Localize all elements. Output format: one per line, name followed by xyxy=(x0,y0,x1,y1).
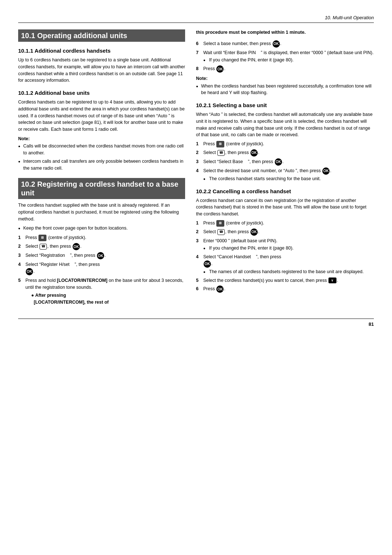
step-102-1: 1 Press ⊞ (centre of joystick). xyxy=(18,234,185,241)
step-content-1022-4: Select “Cancel Handset ”, then press OK.… xyxy=(203,254,374,275)
step-1021-4-sub: The cordless handset starts searching fo… xyxy=(203,175,374,182)
page-number: 81 xyxy=(18,319,374,328)
step-content-5: Press and hold [LOCATOR/INTERCOM] on the… xyxy=(25,277,185,306)
step-num-4: 4 xyxy=(18,261,23,268)
step-content-4: Select “Register H/set ”, then press OK. xyxy=(25,261,185,275)
step-content-2: Select ☎, then press OK. xyxy=(25,243,185,250)
step-cont-7: 7 Wait until “Enter Base PIN ” is displa… xyxy=(196,49,374,64)
step-1022-2: 2 Select ☎, then press OK. xyxy=(196,228,374,236)
step-num-1022-6: 6 xyxy=(196,285,201,292)
page: 10. Multi-unit Operation 10.1 Operating … xyxy=(0,0,392,555)
step-content-1021-2: Select ☎, then press OK. xyxy=(203,149,374,157)
procedure-note: this procedure must be completed within … xyxy=(196,29,374,36)
subsection-1011-body: Up to 6 cordless handsets can be registe… xyxy=(18,57,185,84)
left-column: 10.1 Operating additional units 10.1.1 A… xyxy=(18,29,185,308)
step-cont-8: 8 Press OK. xyxy=(196,65,374,73)
subsection-1022-body: A cordless handset can cancel its own re… xyxy=(196,197,374,218)
step-1022-4: 4 Select “Cancel Handset ”, then press O… xyxy=(196,254,374,275)
step-num-1022-2: 2 xyxy=(196,228,201,235)
ok-button-icon: OK xyxy=(216,285,224,293)
section-102-bullet: Keep the front cover page open for butto… xyxy=(18,225,185,232)
section-102-bar: 10.2 Registering a cordless handset to a… xyxy=(18,178,185,199)
right-column: this procedure must be completed within … xyxy=(196,29,374,308)
ok-button-icon: OK xyxy=(275,158,282,166)
section-101-bar: 10.1 Operating additional units xyxy=(18,29,185,42)
subsection-1012-body: Cordless handsets can be registered to u… xyxy=(18,99,185,133)
step-num-1022-3: 3 xyxy=(196,238,201,244)
step-1021-4: 4 Select the desired base unit number, o… xyxy=(196,167,374,182)
step-1022-4-sub: The names of all cordless handsets regis… xyxy=(203,268,374,275)
step-cont-6: 6 Select a base number, then press OK. xyxy=(196,40,374,48)
step-num-8: 8 xyxy=(196,65,201,72)
steps-1022: 1 Press ⊞ (centre of joystick). 2 Select… xyxy=(196,220,374,293)
step-num-1021-4: 4 xyxy=(196,167,201,174)
step-content-1021-4: Select the desired base unit number, or … xyxy=(203,167,374,182)
step-num-6: 6 xyxy=(196,40,201,47)
subsection-1012-title: 10.1.2 Additional base units xyxy=(18,89,185,97)
subsection-1022-title: 10.2.2 Cancelling a cordless handset xyxy=(196,187,374,195)
joystick-icon: ⊞ xyxy=(216,220,224,227)
ok-button-icon: OK xyxy=(273,40,280,48)
ok-button-icon: OK xyxy=(322,167,330,175)
steps-continued: 6 Select a base number, then press OK. 7… xyxy=(196,40,374,73)
step-content-6: Select a base number, then press OK. xyxy=(203,40,374,48)
step-num-1021-2: 2 xyxy=(196,149,201,156)
two-column-layout: 10.1 Operating additional units 10.1.1 A… xyxy=(18,29,374,308)
subsection-1021-title: 10.2.1 Selecting a base unit xyxy=(196,101,374,109)
note-label-1012: Note: xyxy=(18,136,185,142)
phone-select-icon: ☎ xyxy=(217,229,225,235)
step-1022-3: 3 Enter “0000 ” (default base unit PIN).… xyxy=(196,238,374,252)
step-1022-5: 5 Select the cordless handset(s) you wan… xyxy=(196,277,374,284)
procedure-note-text: this procedure must be completed within … xyxy=(196,30,306,35)
step-content-1021-1: Press ⊞ (centre of joystick). xyxy=(203,141,374,147)
step-num-1: 1 xyxy=(18,234,23,241)
joystick-icon: ⊞ xyxy=(216,141,224,147)
step-content-8: Press OK. xyxy=(203,65,374,73)
subsection-1011-title: 10.1.1 Additional cordless handsets xyxy=(18,47,185,54)
ok-button-icon: OK xyxy=(204,260,211,268)
chapter-header: 10. Multi-unit Operation xyxy=(18,15,374,23)
step-102-5: 5 Press and hold [LOCATOR/INTERCOM] on t… xyxy=(18,277,185,306)
step-1022-3-sub: If you changed the PIN, enter it (page 8… xyxy=(203,245,374,252)
after-pressing-note: ● After pressing [LOCATOR/INTERCOM], the… xyxy=(25,292,185,306)
step-content-1022-1: Press ⊞ (centre of joystick). xyxy=(203,220,374,227)
step-102-4: 4 Select “Register H/set ”, then press O… xyxy=(18,261,185,275)
phone-select-icon: ☎ xyxy=(40,244,47,250)
step-content-7: Wait until “Enter Base PIN ” is displaye… xyxy=(203,49,374,64)
step-1022-1: 1 Press ⊞ (centre of joystick). xyxy=(196,220,374,227)
note-right-item1: When the cordless handset has been regis… xyxy=(196,83,374,97)
section-101-title: 10.1 Operating additional units xyxy=(21,31,182,40)
steps-102-left: 1 Press ⊞ (centre of joystick). 2 Select… xyxy=(18,234,185,306)
step-content-3: Select “Registration ”, then press OK. xyxy=(25,252,185,259)
ok-button-icon: OK xyxy=(250,228,258,236)
ok-button-icon: OK xyxy=(97,252,104,259)
note-label-right: Note: xyxy=(196,76,374,82)
subsection-1021-body: When “Auto ” is selected, the cordless h… xyxy=(196,111,374,138)
step-content-1021-3: Select “Select Base ”, then press OK. xyxy=(203,158,374,166)
step-1021-2: 2 Select ☎, then press OK. xyxy=(196,149,374,157)
steps-1021: 1 Press ⊞ (centre of joystick). 2 Select… xyxy=(196,141,374,182)
ok-button-icon: OK xyxy=(73,243,80,250)
step-num-2: 2 xyxy=(18,243,23,250)
step-num-3: 3 xyxy=(18,252,23,259)
step-1021-1: 1 Press ⊞ (centre of joystick). xyxy=(196,141,374,147)
step-102-3: 3 Select “Registration ”, then press OK. xyxy=(18,252,185,259)
step-num-5: 5 xyxy=(18,277,23,284)
v-button-icon: ∨ xyxy=(328,278,336,283)
step-1021-3: 3 Select “Select Base ”, then press OK. xyxy=(196,158,374,166)
chapter-title: 10. Multi-unit Operation xyxy=(325,15,374,20)
ok-button-icon: OK xyxy=(26,268,33,275)
step-content-1022-6: Press OK. xyxy=(203,285,374,293)
ok-button-icon: OK xyxy=(216,65,224,73)
step-num-7: 7 xyxy=(196,49,201,56)
step-1022-6: 6 Press OK. xyxy=(196,285,374,293)
step-num-1022-4: 4 xyxy=(196,254,201,260)
step-content-1022-5: Select the cordless handset(s) you want … xyxy=(203,277,374,284)
step-content-1: Press ⊞ (centre of joystick). xyxy=(25,234,185,241)
joystick-icon: ⊞ xyxy=(38,235,46,241)
note-1012-item2: Intercom calls and call transfers are on… xyxy=(18,158,185,172)
step-num-1022-1: 1 xyxy=(196,220,201,227)
note-1012-item1: Calls will be disconnected when the cord… xyxy=(18,143,185,157)
phone-select-icon: ☎ xyxy=(217,150,225,156)
section-102-body: The cordless handset supplied with the b… xyxy=(18,202,185,222)
